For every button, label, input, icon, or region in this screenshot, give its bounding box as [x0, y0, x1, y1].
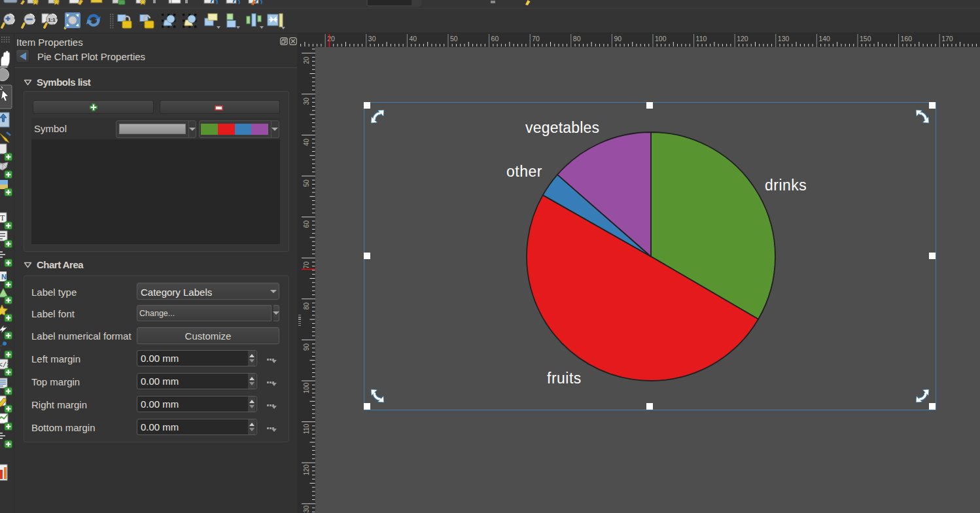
svg-text:40: 40 — [409, 35, 417, 43]
svg-text:110: 110 — [303, 423, 310, 434]
svg-text:30: 30 — [303, 97, 310, 105]
svg-text:50: 50 — [450, 35, 458, 43]
svg-text:T: T — [0, 213, 5, 222]
svg-text:50: 50 — [303, 179, 310, 187]
svg-text:20: 20 — [327, 35, 335, 43]
svg-text:120: 120 — [737, 35, 748, 43]
svg-text:170: 170 — [941, 35, 953, 43]
svg-text:20: 20 — [303, 56, 310, 64]
svg-text:100: 100 — [655, 35, 667, 43]
svg-text:1:1: 1:1 — [48, 17, 56, 23]
svg-text:120: 120 — [303, 464, 310, 475]
svg-text:60: 60 — [303, 221, 310, 228]
svg-text:140: 140 — [818, 35, 830, 43]
svg-text:90: 90 — [303, 343, 310, 351]
svg-text:60: 60 — [491, 35, 499, 43]
svg-text:70: 70 — [532, 35, 540, 43]
svg-text:80: 80 — [303, 302, 310, 310]
svg-text:130: 130 — [303, 505, 310, 513]
svg-text:160: 160 — [901, 35, 913, 43]
svg-text:70: 70 — [303, 261, 310, 269]
svg-text:130: 130 — [778, 35, 790, 43]
svg-text:90: 90 — [614, 35, 621, 43]
svg-text:150: 150 — [860, 35, 871, 43]
svg-text:30: 30 — [368, 35, 376, 43]
svg-text:110: 110 — [696, 35, 707, 43]
svg-text:100: 100 — [303, 382, 310, 393]
svg-text:40: 40 — [303, 138, 310, 146]
svg-text:</>: </> — [0, 362, 10, 369]
svg-text:80: 80 — [573, 35, 581, 43]
svg-text:N: N — [1, 273, 7, 281]
